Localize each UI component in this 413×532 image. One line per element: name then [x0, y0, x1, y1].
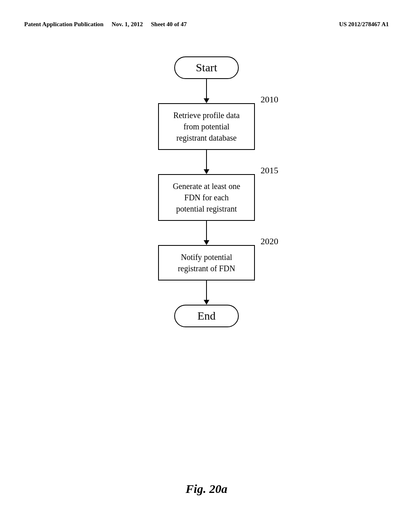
end-node: End: [174, 305, 239, 327]
arrow-3: [204, 221, 209, 245]
step-2010-text: Retrieve profile datafrom potentialregis…: [173, 111, 240, 142]
arrow-4: [204, 281, 209, 305]
start-node: Start: [174, 56, 239, 79]
step-2020-box: 2020 Notify potentialregistrant of FDN: [158, 245, 255, 281]
arrow-line-4: [206, 281, 207, 300]
arrow-head-3: [204, 240, 209, 245]
step-2010-box: 2010 Retrieve profile datafrom potential…: [158, 103, 255, 150]
arrow-2: [204, 150, 209, 174]
page-header: Patent Application Publication Nov. 1, 2…: [0, 21, 413, 28]
step-2010-label: 2010: [261, 94, 278, 106]
arrow-line-3: [206, 221, 207, 240]
arrow-head-2: [204, 169, 209, 174]
arrow-line-2: [206, 150, 207, 169]
sheet-label: Sheet 40 of 47: [151, 21, 187, 28]
date-label: Nov. 1, 2012: [112, 21, 143, 28]
flowchart: Start 2010 Retrieve profile datafrom pot…: [122, 56, 291, 327]
step-2020-text: Notify potentialregistrant of FDN: [178, 253, 235, 273]
patent-number-label: US 2012/278467 A1: [339, 21, 389, 28]
publication-label: Patent Application Publication: [24, 21, 104, 28]
arrow-line-1: [206, 79, 207, 98]
arrow-head-1: [204, 98, 209, 103]
arrow-head-4: [204, 300, 209, 305]
step-2020-label: 2020: [261, 235, 278, 248]
figure-caption: Fig. 20a: [186, 482, 227, 496]
step-2015-text: Generate at least oneFDN for eachpotenti…: [173, 182, 240, 213]
step-2015-box: 2015 Generate at least oneFDN for eachpo…: [158, 174, 255, 221]
arrow-1: [204, 79, 209, 103]
step-2015-label: 2015: [261, 164, 278, 177]
